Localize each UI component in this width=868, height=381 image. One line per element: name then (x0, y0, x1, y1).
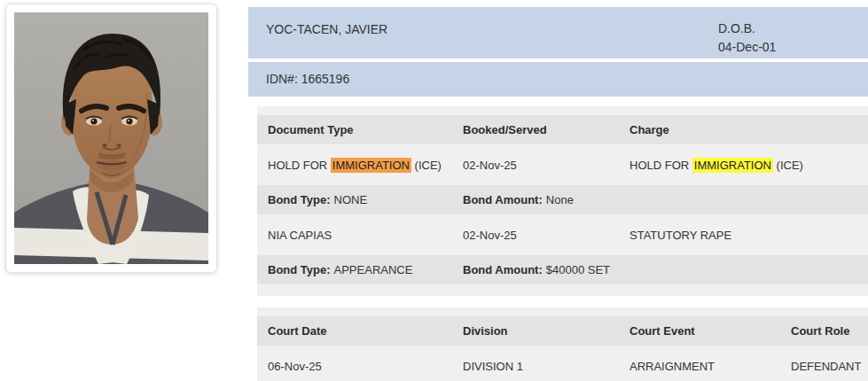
document-type-suffix: (ICE) (411, 159, 442, 172)
header-court-event: Court Event (619, 324, 780, 338)
document-type-text: HOLD FOR (268, 159, 331, 172)
header-court-date: Court Date (257, 324, 452, 338)
bond-amount-value: None (546, 193, 574, 206)
court-event-cell: ARRAIGNMENT (619, 360, 780, 373)
bond-amount-label: Bond Amount: (463, 193, 543, 206)
charge-suffix: (ICE) (773, 159, 803, 172)
bond-amount-cell: Bond Amount:$40000 SET (452, 263, 868, 276)
search-highlight-match-yellow: IMMIGRATION (692, 158, 773, 173)
documents-table: Document Type Booked/Served Charge HOLD … (257, 106, 868, 296)
charge-text: HOLD FOR (629, 159, 692, 172)
charge-cell: STATUTORY RAPE (619, 229, 868, 242)
header-division: Division (452, 324, 619, 338)
bond-type-cell: Bond Type:APPEARANCE (257, 263, 452, 276)
bond-amount-label: Bond Amount: (463, 263, 543, 276)
court-table: Court Date Division Court Event Court Ro… (257, 307, 868, 381)
bond-row-2: Bond Type:APPEARANCE Bond Amount:$40000 … (257, 255, 868, 284)
bond-row-1: Bond Type:NONE Bond Amount:None (257, 185, 868, 214)
document-row-2: NIA CAPIAS 02-Nov-25 STATUTORY RAPE (257, 214, 868, 255)
charge-cell: HOLD FOR IMMIGRATION (ICE) (619, 159, 868, 172)
bond-type-label: Bond Type: (268, 263, 331, 276)
header-document-type: Document Type (257, 123, 452, 136)
court-row-1: 06-Nov-25 DIVISION 1 ARRAIGNMENT DEFENDA… (257, 346, 868, 381)
dob-label: D.O.B. (718, 19, 776, 38)
documents-table-header-row: Document Type Booked/Served Charge (257, 115, 868, 144)
mugshot-card (5, 4, 217, 273)
court-table-header-row: Court Date Division Court Event Court Ro… (257, 316, 868, 346)
division-cell: DIVISION 1 (452, 360, 619, 373)
record-detail-panel: YOC-TACEN, JAVIER D.O.B. 04-Dec-01 IDN#:… (248, 0, 868, 381)
booked-served-cell: 02-Nov-25 (452, 159, 619, 172)
inmate-name: YOC-TACEN, JAVIER (266, 22, 387, 36)
header-court-role: Court Role (780, 324, 868, 338)
document-row-1: HOLD FOR IMMIGRATION (ICE) 02-Nov-25 HOL… (257, 144, 868, 185)
bond-amount-cell: Bond Amount:None (452, 193, 868, 206)
name-header-bar: YOC-TACEN, JAVIER D.O.B. 04-Dec-01 (248, 7, 868, 58)
search-highlight-active-orange: IMMIGRATION (331, 158, 411, 173)
bond-type-value: APPEARANCE (334, 263, 413, 276)
idn-number: IDN#: 1665196 (266, 72, 349, 86)
booked-served-cell: 02-Nov-25 (452, 229, 619, 242)
bond-type-cell: Bond Type:NONE (257, 193, 452, 206)
document-type-cell: NIA CAPIAS (257, 229, 452, 242)
idn-bar: IDN#: 1665196 (248, 62, 868, 97)
court-role-cell: DEFENDANT (780, 360, 868, 373)
dob-value: 04-Dec-01 (718, 38, 776, 57)
mugshot-photo (14, 12, 208, 264)
header-charge: Charge (619, 123, 868, 136)
bond-type-label: Bond Type: (268, 193, 331, 206)
dob-block: D.O.B. 04-Dec-01 (718, 19, 776, 57)
bond-type-value: NONE (334, 193, 368, 206)
court-date-cell: 06-Nov-25 (257, 360, 452, 373)
header-booked-served: Booked/Served (452, 123, 619, 136)
bond-amount-value: $40000 SET (546, 263, 610, 276)
document-type-cell: HOLD FOR IMMIGRATION (ICE) (257, 159, 452, 172)
